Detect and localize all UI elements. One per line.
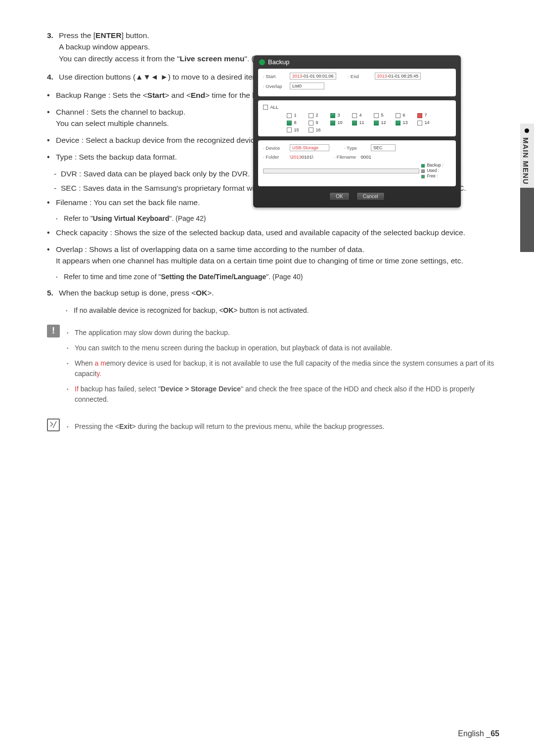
channel-checkbox-15[interactable]: 15 <box>287 127 307 133</box>
folder-label: · Folder <box>263 154 287 160</box>
text: ". (Page 40) <box>266 273 303 281</box>
side-tab: MAIN MENU <box>520 124 534 252</box>
caution-item: The application may slow down during the… <box>67 328 497 338</box>
bullet-capacity: Check capacity : Shows the size of the s… <box>47 227 497 239</box>
end-label: · End <box>348 74 372 79</box>
channel-checkbox-9[interactable]: 9 <box>309 120 328 126</box>
filename-label: · Filename <box>334 154 358 160</box>
live-screen-menu-ref: Live screen menu <box>179 54 244 63</box>
start-tag: Start <box>147 91 165 99</box>
bullet-icon <box>525 128 529 133</box>
channel-checkbox-8[interactable]: 8 <box>287 120 307 126</box>
filename-value: 0001 <box>361 154 371 160</box>
caution-icon: ! <box>47 325 60 337</box>
capacity-bar <box>263 168 419 173</box>
text: y. <box>96 370 101 378</box>
page-footer: English _65 <box>458 729 499 738</box>
checkbox-all[interactable] <box>263 105 268 110</box>
text: backup has failed, select " <box>81 385 161 393</box>
channel-checkbox-2[interactable]: 2 <box>309 113 328 118</box>
text: You can directly access it from the " <box>59 54 179 63</box>
channel-checkbox-13[interactable]: 13 <box>396 120 415 126</box>
text: When <box>75 359 94 367</box>
caution-block: ! The application may slow down during t… <box>47 325 497 410</box>
text: Press the [ <box>59 31 95 40</box>
channel-checkbox-4[interactable]: 4 <box>352 113 372 118</box>
text: You can switch to the menu screen during… <box>75 343 392 353</box>
channel-checkbox-1[interactable]: 1 <box>287 113 307 118</box>
text: Channel : Sets the channel to backup. <box>56 108 185 116</box>
dialog-buttons: OK Cancel <box>253 190 461 203</box>
dialog-panel-top: · Start 2013-01-01 00:01:06 · End 2013-0… <box>258 69 456 96</box>
ok-tag: OK <box>196 289 207 297</box>
step-number: 3. <box>47 30 59 64</box>
channel-grid: 1 2 3 4 5 6 7 8 9 10 11 12 13 14 15 16 <box>263 113 451 132</box>
ref-virtual-keyboard: Refer to "Using Virtual Keyboard". (Page… <box>56 213 497 224</box>
page-number: 65 <box>490 729 499 738</box>
text: You can select multiple channels. <box>56 119 169 127</box>
ref-date-time: Refer to time and time zone of "Setting … <box>56 272 497 282</box>
channel-checkbox-7[interactable]: 7 <box>417 113 437 118</box>
text: The application may slow down during the… <box>75 328 230 338</box>
text: Pressing the < <box>75 422 119 430</box>
device-select[interactable]: USB-Storage <box>290 144 329 151</box>
channel-checkbox-16[interactable]: 16 <box>309 127 328 133</box>
virtual-keyboard-ref: Using Virtual Keyboard <box>93 214 170 222</box>
free-legend: Free <box>427 173 435 178</box>
caution-item: If backup has failed, select "Device > S… <box>67 384 497 405</box>
text: emory device is used for backup, it is n… <box>75 359 494 378</box>
text: Overlap : Shows a list of overlapping da… <box>56 245 364 253</box>
channel-checkbox-12[interactable]: 12 <box>374 120 394 126</box>
channel-checkbox-3[interactable]: 3 <box>330 113 350 118</box>
device-storage-ref: Device > Storage Device <box>161 385 241 393</box>
text: A backup window appears. <box>59 42 150 51</box>
text: > button is not activated. <box>233 306 309 314</box>
side-tab-label: MAIN MENU <box>522 137 530 185</box>
channel-checkbox-10[interactable]: 10 <box>330 120 350 126</box>
used-legend: Used <box>427 168 437 173</box>
text: Check capacity : Shows the size of the s… <box>56 227 497 239</box>
step-5: 5. When the backup setup is done, press … <box>47 287 497 298</box>
cancel-button[interactable]: Cancel <box>356 192 385 201</box>
text: Backup Range : Sets the < <box>56 91 147 99</box>
text: > during the backup will return to the p… <box>132 422 385 430</box>
step-number: 5. <box>47 287 59 298</box>
date-time-language-ref: Setting the Date/Time/Language <box>161 273 266 281</box>
tip-block: Pressing the <Exit> during the backup wi… <box>47 419 497 437</box>
text: It appears when one channel has multiple… <box>56 256 463 265</box>
tip-icon <box>47 419 60 431</box>
device-label: · Device <box>263 145 287 151</box>
text: If <box>75 385 81 393</box>
dialog-panel-channels: ALL 1 2 3 4 5 6 7 8 9 10 11 12 13 14 15 … <box>258 100 456 136</box>
ref-no-device: If no available device is recognized for… <box>66 305 497 316</box>
ok-tag: OK <box>223 306 233 314</box>
ok-button[interactable]: OK <box>329 192 349 201</box>
text: Refer to time and time zone of " <box>64 273 161 281</box>
text: When the backup setup is done, press < <box>59 289 196 297</box>
caution-item: You can switch to the menu screen during… <box>67 343 497 353</box>
start-input[interactable]: 2013-01-01 00:01:06 <box>290 73 336 80</box>
text: ] button. <box>122 31 149 40</box>
exit-tag: Exit <box>119 422 132 430</box>
channel-checkbox-6[interactable]: 6 <box>396 113 415 118</box>
end-input[interactable]: 2013-01-01 08:25:45 <box>375 73 421 80</box>
type-select[interactable]: SEC <box>371 144 396 151</box>
channel-checkbox-11[interactable]: 11 <box>352 120 372 126</box>
overlap-select[interactable]: List0 <box>290 83 324 89</box>
type-label: · Type <box>344 145 368 151</box>
text: a m <box>94 359 106 367</box>
channel-checkbox-5[interactable]: 5 <box>374 113 394 118</box>
tip-item: Pressing the <Exit> during the backup wi… <box>67 421 497 432</box>
text: > and < <box>165 91 191 99</box>
footer-sep: _ <box>486 729 490 738</box>
dialog-panel-device: · Device USB-Storage · Type SEC · Folder… <box>258 140 456 186</box>
dialog-title: Backup <box>253 55 461 69</box>
overlap-label: · Overlap <box>263 84 287 89</box>
backup-dialog: Backup · Start 2013-01-01 00:01:06 · End… <box>253 55 461 208</box>
end-tag: End <box>191 91 205 99</box>
bullet-overlap: Overlap : Shows a list of overlapping da… <box>47 244 497 267</box>
text: Refer to " <box>64 214 93 222</box>
channel-checkbox-14[interactable]: 14 <box>417 120 437 126</box>
text: >. <box>207 289 214 297</box>
text: ". (Page 42) <box>169 214 206 222</box>
